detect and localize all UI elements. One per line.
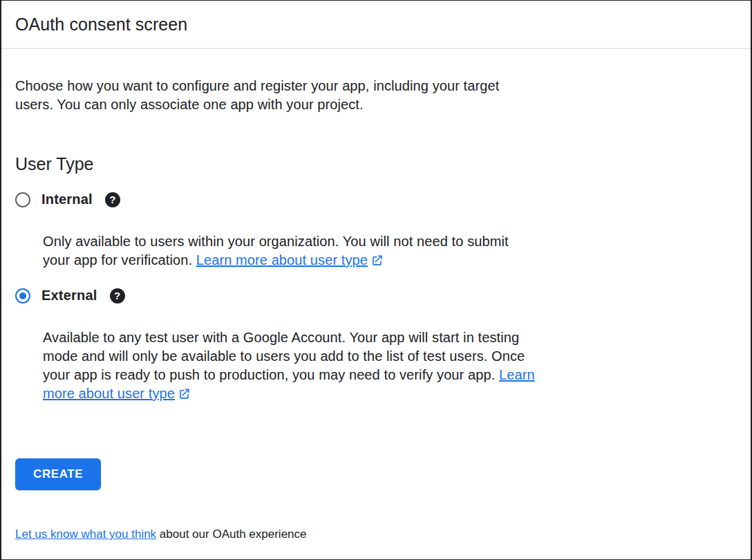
- help-icon[interactable]: ?: [105, 192, 120, 207]
- user-type-heading: User Type: [15, 154, 737, 174]
- page-footer: Let us know what you think about our OAu…: [1, 526, 751, 543]
- help-icon[interactable]: ?: [110, 288, 125, 304]
- external-radio[interactable]: [15, 288, 30, 304]
- page-header: OAuth consent screen: [1, 1, 751, 36]
- intro-text: Choose how you want to configure and reg…: [15, 77, 539, 114]
- radio-dot: [19, 196, 26, 203]
- page-title: OAuth consent screen: [15, 12, 737, 36]
- external-radio-row[interactable]: External ?: [15, 288, 125, 304]
- create-button[interactable]: CREATE: [15, 458, 101, 490]
- open-in-new-icon: [178, 387, 191, 400]
- internal-radio-row[interactable]: Internal ?: [15, 192, 120, 207]
- external-description: Available to any test user with a Google…: [43, 328, 535, 403]
- feedback-link[interactable]: Let us know what you think: [15, 528, 156, 541]
- external-radio-label: External: [41, 288, 97, 304]
- open-in-new-icon: [370, 254, 384, 267]
- footer-text: about our OAuth experience: [156, 528, 306, 541]
- internal-radio-label: Internal: [41, 192, 93, 207]
- external-description-text: Available to any test user with a Google…: [43, 330, 525, 382]
- user-type-option-internal: Internal ? Only available to users withi…: [15, 192, 737, 270]
- internal-learn-more-label: Learn more about user type: [196, 252, 368, 268]
- header-divider: [1, 48, 751, 49]
- internal-description: Only available to users within your orga…: [43, 232, 535, 270]
- page-content: Choose how you want to configure and reg…: [1, 77, 751, 490]
- radio-dot: [19, 292, 26, 299]
- user-type-option-external: External ? Available to any test user wi…: [15, 288, 737, 403]
- oauth-consent-page: OAuth consent screen Choose how you want…: [0, 0, 752, 560]
- internal-radio[interactable]: [15, 192, 30, 207]
- internal-learn-more-link[interactable]: Learn more about user type: [196, 252, 384, 268]
